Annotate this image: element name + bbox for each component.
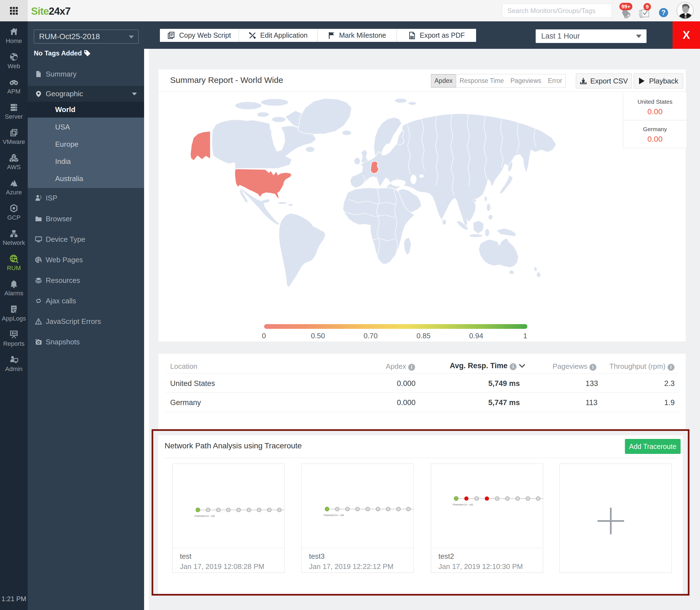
svg-text:Fremont-CA - US: Fremont-CA - US: [324, 514, 344, 516]
svg-text:Fremont-CA - US: Fremont-CA - US: [453, 503, 473, 506]
svg-text:Fremont-CA - US: Fremont-CA - US: [195, 514, 215, 517]
svg-text:PDF: PDF: [411, 36, 414, 38]
